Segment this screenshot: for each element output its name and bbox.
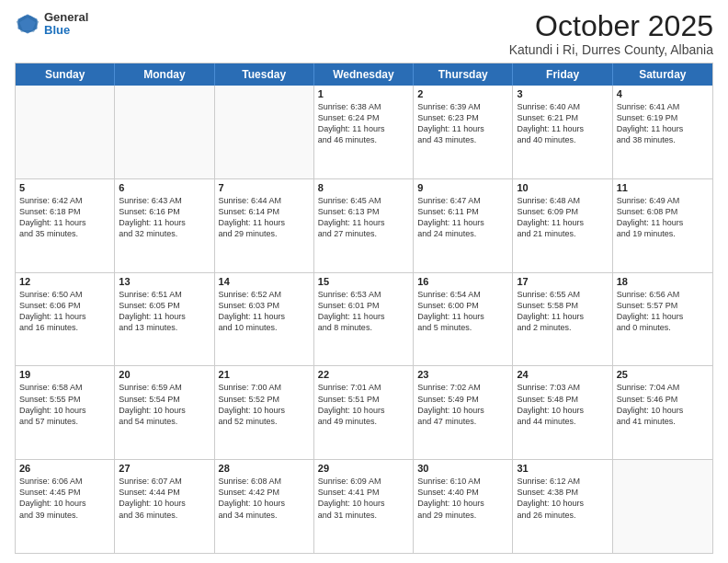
day-info: Sunrise: 6:56 AM Sunset: 5:57 PM Dayligh… [617,289,709,334]
day-cell-15: 15Sunrise: 6:53 AM Sunset: 6:01 PM Dayli… [314,273,414,366]
day-number: 28 [219,463,310,474]
day-number: 10 [517,182,608,193]
day-number: 31 [517,463,608,474]
day-cell-23: 23Sunrise: 7:02 AM Sunset: 5:49 PM Dayli… [414,366,513,459]
weekday-header-sunday: Sunday [16,63,115,86]
empty-cell [215,86,314,178]
day-number: 22 [318,369,409,380]
day-info: Sunrise: 6:12 AM Sunset: 4:38 PM Dayligh… [517,476,608,521]
day-number: 17 [517,276,608,287]
day-cell-6: 6Sunrise: 6:43 AM Sunset: 6:16 PM Daylig… [115,179,214,272]
day-cell-27: 27Sunrise: 6:07 AM Sunset: 4:44 PM Dayli… [115,460,214,553]
calendar-row-2: 5Sunrise: 6:42 AM Sunset: 6:18 PM Daylig… [16,179,712,273]
weekday-header-thursday: Thursday [414,63,513,86]
day-number: 11 [617,182,709,193]
day-number: 19 [19,369,110,380]
day-number: 24 [517,369,608,380]
day-info: Sunrise: 7:00 AM Sunset: 5:52 PM Dayligh… [219,382,310,427]
day-cell-25: 25Sunrise: 7:04 AM Sunset: 5:46 PM Dayli… [613,366,712,459]
day-cell-28: 28Sunrise: 6:08 AM Sunset: 4:42 PM Dayli… [215,460,314,553]
calendar-row-5: 26Sunrise: 6:06 AM Sunset: 4:45 PM Dayli… [16,460,712,553]
day-number: 8 [318,182,409,193]
day-number: 14 [219,276,310,287]
calendar-row-4: 19Sunrise: 6:58 AM Sunset: 5:55 PM Dayli… [16,366,712,460]
day-number: 27 [119,463,210,474]
day-info: Sunrise: 6:47 AM Sunset: 6:11 PM Dayligh… [417,195,508,240]
day-cell-30: 30Sunrise: 6:10 AM Sunset: 4:40 PM Dayli… [414,460,513,553]
day-number: 25 [617,369,709,380]
day-cell-31: 31Sunrise: 6:12 AM Sunset: 4:38 PM Dayli… [513,460,612,553]
day-info: Sunrise: 6:52 AM Sunset: 6:03 PM Dayligh… [219,289,310,334]
day-number: 13 [119,276,210,287]
weekday-header-saturday: Saturday [613,63,712,86]
day-number: 30 [417,463,508,474]
day-cell-18: 18Sunrise: 6:56 AM Sunset: 5:57 PM Dayli… [613,273,712,366]
day-number: 20 [119,369,210,380]
day-info: Sunrise: 6:10 AM Sunset: 4:40 PM Dayligh… [417,476,508,521]
day-number: 29 [318,463,409,474]
day-number: 9 [417,182,508,193]
day-info: Sunrise: 6:39 AM Sunset: 6:23 PM Dayligh… [417,101,508,146]
day-info: Sunrise: 6:50 AM Sunset: 6:06 PM Dayligh… [19,289,110,334]
day-cell-14: 14Sunrise: 6:52 AM Sunset: 6:03 PM Dayli… [215,273,314,366]
day-info: Sunrise: 7:04 AM Sunset: 5:46 PM Dayligh… [617,382,709,427]
day-number: 26 [19,463,110,474]
empty-cell [115,86,214,178]
day-cell-12: 12Sunrise: 6:50 AM Sunset: 6:06 PM Dayli… [16,273,115,366]
logo-blue-text: Blue [44,24,88,37]
day-number: 1 [318,88,409,99]
day-info: Sunrise: 6:51 AM Sunset: 6:05 PM Dayligh… [119,289,210,334]
day-cell-26: 26Sunrise: 6:06 AM Sunset: 4:45 PM Dayli… [16,460,115,553]
day-number: 12 [19,276,110,287]
day-info: Sunrise: 6:41 AM Sunset: 6:19 PM Dayligh… [617,101,709,146]
day-number: 7 [219,182,310,193]
day-number: 18 [617,276,709,287]
day-number: 16 [417,276,508,287]
day-info: Sunrise: 6:42 AM Sunset: 6:18 PM Dayligh… [19,195,110,240]
empty-cell [613,460,712,553]
day-number: 4 [617,88,709,99]
day-cell-7: 7Sunrise: 6:44 AM Sunset: 6:14 PM Daylig… [215,179,314,272]
day-number: 23 [417,369,508,380]
calendar-row-3: 12Sunrise: 6:50 AM Sunset: 6:06 PM Dayli… [16,273,712,367]
day-cell-17: 17Sunrise: 6:55 AM Sunset: 5:58 PM Dayli… [513,273,612,366]
logo-text: General Blue [44,11,88,38]
day-cell-16: 16Sunrise: 6:54 AM Sunset: 6:00 PM Dayli… [414,273,513,366]
weekday-header-friday: Friday [513,63,612,86]
day-cell-3: 3Sunrise: 6:40 AM Sunset: 6:21 PM Daylig… [513,86,612,178]
day-number: 6 [119,182,210,193]
day-info: Sunrise: 6:58 AM Sunset: 5:55 PM Dayligh… [19,382,110,427]
day-cell-11: 11Sunrise: 6:49 AM Sunset: 6:08 PM Dayli… [613,179,712,272]
logo-general-text: General [44,11,88,24]
title-block: October 2025 Katundi i Ri, Durres County… [509,11,713,57]
subtitle: Katundi i Ri, Durres County, Albania [509,42,713,57]
weekday-header-tuesday: Tuesday [215,63,314,86]
day-info: Sunrise: 6:38 AM Sunset: 6:24 PM Dayligh… [318,101,409,146]
day-cell-10: 10Sunrise: 6:48 AM Sunset: 6:09 PM Dayli… [513,179,612,272]
day-number: 3 [517,88,608,99]
day-number: 2 [417,88,508,99]
calendar: SundayMondayTuesdayWednesdayThursdayFrid… [15,63,713,554]
day-info: Sunrise: 6:43 AM Sunset: 6:16 PM Dayligh… [119,195,210,240]
day-cell-20: 20Sunrise: 6:59 AM Sunset: 5:54 PM Dayli… [115,366,214,459]
day-cell-2: 2Sunrise: 6:39 AM Sunset: 6:23 PM Daylig… [414,86,513,178]
day-info: Sunrise: 6:48 AM Sunset: 6:09 PM Dayligh… [517,195,608,240]
calendar-row-1: 1Sunrise: 6:38 AM Sunset: 6:24 PM Daylig… [16,86,712,179]
day-cell-1: 1Sunrise: 6:38 AM Sunset: 6:24 PM Daylig… [314,86,414,178]
day-info: Sunrise: 6:08 AM Sunset: 4:42 PM Dayligh… [219,476,310,521]
day-info: Sunrise: 6:09 AM Sunset: 4:41 PM Dayligh… [318,476,409,521]
day-cell-5: 5Sunrise: 6:42 AM Sunset: 6:18 PM Daylig… [16,179,115,272]
day-info: Sunrise: 6:54 AM Sunset: 6:00 PM Dayligh… [417,289,508,334]
weekday-header-wednesday: Wednesday [314,63,414,86]
calendar-body: 1Sunrise: 6:38 AM Sunset: 6:24 PM Daylig… [16,86,712,553]
day-cell-21: 21Sunrise: 7:00 AM Sunset: 5:52 PM Dayli… [215,366,314,459]
day-info: Sunrise: 7:02 AM Sunset: 5:49 PM Dayligh… [417,382,508,427]
logo: General Blue [15,11,88,38]
day-info: Sunrise: 6:40 AM Sunset: 6:21 PM Dayligh… [517,101,608,146]
day-cell-9: 9Sunrise: 6:47 AM Sunset: 6:11 PM Daylig… [414,179,513,272]
day-info: Sunrise: 6:59 AM Sunset: 5:54 PM Dayligh… [119,382,210,427]
day-number: 15 [318,276,409,287]
day-info: Sunrise: 6:06 AM Sunset: 4:45 PM Dayligh… [19,476,110,521]
header: General Blue October 2025 Katundi i Ri, … [15,11,713,57]
day-info: Sunrise: 6:49 AM Sunset: 6:08 PM Dayligh… [617,195,709,240]
